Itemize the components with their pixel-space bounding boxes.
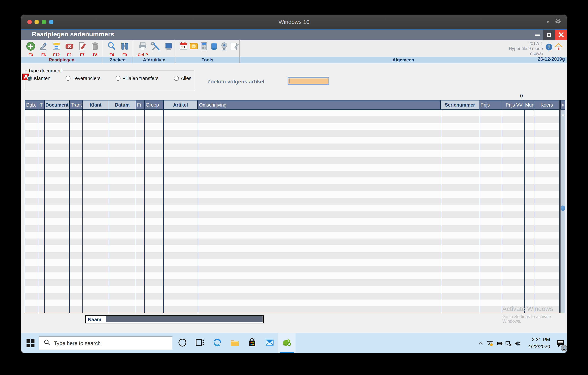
sync-display-icon[interactable] (486, 340, 494, 349)
column-header-artikel[interactable]: Artikel (163, 100, 198, 109)
type-document-groupbox: Type document KlantenLeveranciersFiliale… (25, 70, 194, 90)
table-header-row: Dgb.TDocumentTransKlantDatumFiGroepArtik… (25, 100, 560, 110)
close-button[interactable] (555, 30, 567, 40)
column-header-groep[interactable]: Groep (145, 100, 163, 109)
webcam-button[interactable] (219, 41, 229, 57)
radio-leveranciers[interactable]: Leveranciers (65, 76, 101, 81)
radio-filialen-transfers[interactable]: Filialen transfers (116, 76, 158, 81)
calculator-button[interactable] (199, 41, 209, 57)
database-button[interactable] (209, 41, 219, 57)
scroll-up-icon[interactable] (561, 111, 565, 118)
radio-klanten[interactable]: Klanten (27, 76, 50, 81)
naam-field-container: Naam (85, 315, 264, 323)
minimize-button[interactable] (532, 30, 543, 40)
table-body[interactable] (25, 110, 560, 313)
column-separator (136, 110, 136, 313)
webcam-icon (219, 41, 229, 53)
notification-center-icon[interactable]: 1 (556, 339, 565, 349)
article-search-input[interactable] (288, 77, 329, 85)
taskbar-clock[interactable]: 2:31 PM 4/22/2020 (528, 336, 550, 350)
shortcut-key-label: F8 (93, 53, 97, 57)
column-separator (109, 110, 109, 313)
data-path: c:\pya\ (509, 51, 543, 56)
column-header-koers[interactable]: Koers (534, 100, 559, 109)
calendar-button[interactable]: 31 (178, 41, 189, 57)
column-separator (69, 110, 70, 313)
column-header-t[interactable]: T (38, 100, 45, 109)
chameleon-app-taskbar-button[interactable] (278, 333, 295, 353)
file-explorer-taskbar-button[interactable] (226, 333, 243, 353)
column-header-document[interactable]: Document (45, 100, 70, 109)
scroll-right-arrow-icon[interactable] (560, 100, 565, 110)
session-info-lines: 2017/ 1Hyper file 9 modec:\pya\ (509, 41, 543, 56)
toolbar: F3F6F12F2F7F8RaadplegenF4F9ZoekenCtrl-PA… (21, 40, 567, 63)
toolbar-group-label: Tools (175, 57, 240, 63)
cortana-taskbar-button[interactable] (174, 333, 191, 353)
column-separator (82, 110, 83, 313)
search-icon (107, 41, 117, 53)
print-button[interactable]: Ctrl-P (136, 41, 149, 57)
add-icon (26, 41, 36, 53)
battery-icon[interactable] (495, 340, 503, 349)
cancel-button[interactable]: F2 (63, 41, 76, 57)
notes-button[interactable] (229, 41, 240, 57)
column-header-fi[interactable]: Fi (136, 100, 145, 109)
database-icon (209, 41, 219, 53)
search-button[interactable]: F4 (105, 41, 118, 57)
edit-button[interactable]: F6 (37, 41, 50, 57)
main-content: Type document KlantenLeveranciersFiliale… (21, 63, 567, 333)
column-header-datum[interactable]: Datum (109, 100, 136, 109)
cancel-icon (64, 41, 74, 53)
network-icon[interactable] (505, 340, 512, 349)
column-header-trans[interactable]: Trans (70, 100, 83, 109)
chevron-down-icon[interactable]: ▼ (546, 19, 550, 25)
monitor-button[interactable] (162, 41, 175, 57)
groupbox-legend: Type document (27, 68, 63, 74)
radio-alles[interactable]: Alles (174, 76, 191, 81)
mail-icon (264, 337, 274, 349)
vm-title: Windows 10 (21, 19, 567, 25)
save-button[interactable]: F12 (50, 41, 63, 57)
shortcut-key-label: F6 (41, 53, 46, 57)
chameleon-app-icon (282, 337, 292, 349)
store-taskbar-button[interactable] (243, 333, 261, 353)
column-separator (441, 110, 441, 313)
file-explorer-icon (229, 337, 240, 349)
vertical-scrollbar[interactable] (560, 110, 565, 313)
naam-label: Naam (88, 317, 101, 322)
shortcut-key-label: F12 (53, 53, 60, 57)
scrollbar-thumb[interactable] (561, 206, 565, 211)
column-header-prijs[interactable]: Prijs (479, 100, 501, 109)
save-icon (52, 41, 61, 53)
taskbar-search-input[interactable]: Type here to search (39, 336, 172, 350)
toolbar-group-zoeken: F4F9Zoeken (102, 40, 133, 63)
volume-icon[interactable] (514, 340, 521, 349)
edge-taskbar-button[interactable] (208, 333, 226, 353)
column-separator (44, 110, 45, 313)
search-by-article-label: Zoeken volgens artikel (207, 78, 264, 85)
column-header-klant[interactable]: Klant (83, 100, 109, 109)
home-icon[interactable] (554, 43, 563, 53)
maximize-button[interactable] (543, 30, 555, 40)
radio-circle-icon (116, 76, 120, 81)
start-button[interactable] (27, 339, 34, 349)
add-button[interactable]: F3 (24, 41, 37, 57)
gear-icon[interactable] (555, 18, 561, 26)
document-edit-button[interactable]: F7 (76, 41, 89, 57)
naam-value-field[interactable] (106, 316, 262, 322)
column-header-serienummer[interactable]: Serienummer (441, 100, 479, 109)
column-header-omschrijving[interactable]: Omschrijving (198, 100, 441, 109)
help-icon[interactable]: ? (546, 44, 552, 50)
column-header-dgb-[interactable]: Dgb. (25, 100, 38, 109)
toolbar-group-label: Afdrukken (133, 57, 175, 63)
task-view-taskbar-button[interactable] (191, 333, 208, 353)
mail-taskbar-button[interactable] (261, 333, 278, 353)
column-header-munt[interactable]: Munt (524, 100, 534, 109)
task-view-icon (195, 337, 205, 349)
delete-button[interactable]: F8 (89, 41, 102, 57)
email-button[interactable]: @ (189, 41, 199, 57)
column-header-prijs-vv[interactable]: Prijs VV (501, 100, 524, 109)
tray-chevron-icon[interactable] (477, 340, 485, 349)
binoculars-button[interactable]: F9 (118, 41, 131, 57)
tools-button[interactable] (149, 41, 162, 57)
